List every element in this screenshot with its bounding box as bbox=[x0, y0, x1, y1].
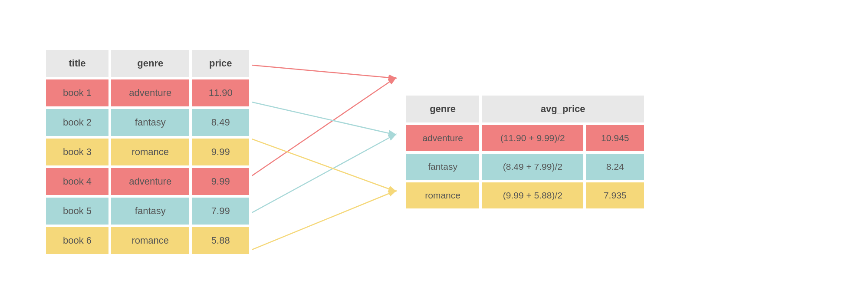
cell-title: book 6 bbox=[46, 227, 108, 254]
col-header-title: title bbox=[46, 50, 108, 77]
cell-genre: romance bbox=[111, 227, 189, 254]
right-table-row: adventure (11.90 + 9.99)/2 10.945 bbox=[406, 125, 644, 151]
left-table-row: book 2 fantasy 8.49 bbox=[46, 109, 249, 136]
cell-genre: romance bbox=[111, 139, 189, 165]
left-table-row: book 1 adventure 11.90 bbox=[46, 79, 249, 106]
right-col-header-avg-price: avg_price bbox=[482, 96, 644, 122]
cell-genre: fantasy bbox=[111, 109, 189, 136]
right-col-header-genre: genre bbox=[406, 96, 479, 122]
main-container: title genre price book 1 adventure 11.90… bbox=[43, 39, 825, 265]
cell-genre: fantasy bbox=[406, 154, 479, 180]
cell-avg-value: 10.945 bbox=[586, 125, 644, 151]
right-table-wrapper: genre avg_price adventure (11.90 + 9.99)… bbox=[404, 93, 647, 211]
cell-genre: adventure bbox=[406, 125, 479, 151]
cell-avg-value: 8.24 bbox=[586, 154, 644, 180]
left-table-row: book 5 fantasy 7.99 bbox=[46, 198, 249, 225]
cell-price: 8.49 bbox=[192, 109, 249, 136]
left-table-wrapper: title genre price book 1 adventure 11.90… bbox=[43, 47, 252, 257]
arrows-diagram bbox=[252, 39, 404, 265]
cell-genre: fantasy bbox=[111, 198, 189, 225]
cell-price: 5.88 bbox=[192, 227, 249, 254]
cell-title: book 1 bbox=[46, 79, 108, 106]
cell-price: 9.99 bbox=[192, 168, 249, 195]
cell-title: book 5 bbox=[46, 198, 108, 225]
right-table: genre avg_price adventure (11.90 + 9.99)… bbox=[404, 93, 647, 211]
cell-price: 9.99 bbox=[192, 139, 249, 165]
svg-line-1 bbox=[252, 78, 395, 176]
left-table-row: book 6 romance 5.88 bbox=[46, 227, 249, 254]
cell-genre: romance bbox=[406, 182, 479, 208]
col-header-price: price bbox=[192, 50, 249, 77]
cell-genre: adventure bbox=[111, 79, 189, 106]
svg-line-2 bbox=[252, 102, 395, 135]
cell-price: 11.90 bbox=[192, 79, 249, 106]
cell-formula: (11.90 + 9.99)/2 bbox=[482, 125, 583, 151]
svg-line-5 bbox=[252, 191, 395, 250]
right-table-row: fantasy (8.49 + 7.99)/2 8.24 bbox=[406, 154, 644, 180]
cell-genre: adventure bbox=[111, 168, 189, 195]
cell-formula: (9.99 + 5.88)/2 bbox=[482, 182, 583, 208]
cell-title: book 4 bbox=[46, 168, 108, 195]
left-table-row: book 3 romance 9.99 bbox=[46, 139, 249, 165]
arrows-svg bbox=[252, 39, 404, 265]
right-table-row: romance (9.99 + 5.88)/2 7.935 bbox=[406, 182, 644, 208]
cell-title: book 2 bbox=[46, 109, 108, 136]
svg-line-0 bbox=[252, 65, 395, 78]
left-table-row: book 4 adventure 9.99 bbox=[46, 168, 249, 195]
col-header-genre: genre bbox=[111, 50, 189, 77]
cell-title: book 3 bbox=[46, 139, 108, 165]
left-table: title genre price book 1 adventure 11.90… bbox=[43, 47, 252, 257]
cell-formula: (8.49 + 7.99)/2 bbox=[482, 154, 583, 180]
cell-price: 7.99 bbox=[192, 198, 249, 225]
cell-avg-value: 7.935 bbox=[586, 182, 644, 208]
